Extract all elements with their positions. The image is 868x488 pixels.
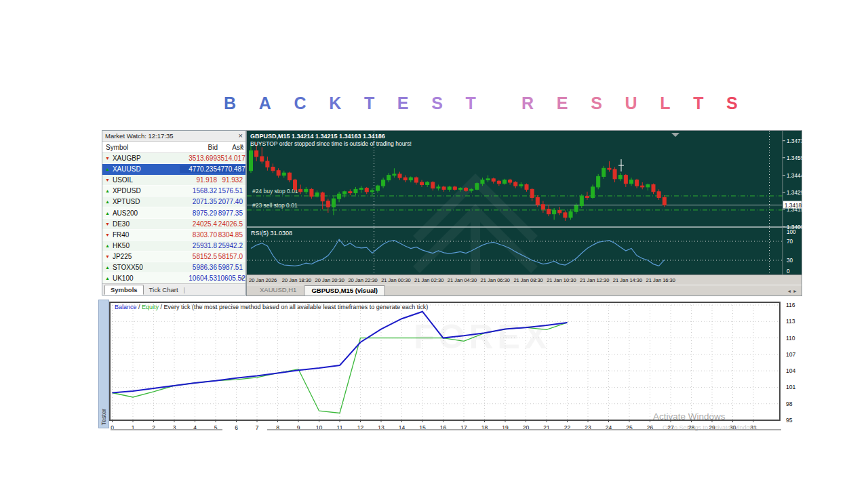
market-watch-row-xptusd[interactable]: ▲XPTUSD2071.352077.40 (102, 197, 245, 207)
ask-value: 3514.017 (217, 155, 245, 162)
market-watch-row-xaugbp[interactable]: ▼XAUGBP3513.6993514.017 (102, 153, 245, 164)
time-axis-label: 21 Jan 06:30 (481, 277, 510, 283)
scroll-up-icon[interactable]: ∧ (240, 143, 244, 149)
title-letter: R (521, 94, 534, 113)
market-watch-row-xauusd[interactable]: ▲XAUUSD4770.2354770.487 (102, 164, 245, 175)
column-symbol: Symbol (102, 144, 180, 151)
arrow-up-icon: ▲ (105, 167, 110, 171)
ask-value: 8977.35 (217, 209, 243, 217)
title-letter: A (259, 94, 271, 113)
symbol-name: XPTUSD (113, 198, 140, 205)
time-axis-label: 21 Jan 14:30 (613, 277, 642, 283)
market-watch-tab-tick-chart[interactable]: Tick Chart (144, 285, 184, 294)
bid-value: 25931.8 (180, 242, 217, 249)
title-letter: S (431, 94, 443, 113)
y-tick-label: 98 (786, 401, 793, 407)
price-tick: 1.34590 (787, 155, 802, 161)
y-tick-label: 113 (786, 318, 795, 325)
tick-method-description: / Every tick (the most precise method ba… (159, 304, 428, 310)
close-icon[interactable]: × (239, 133, 243, 139)
market-watch-row-xpdusd[interactable]: ▲XPDUSD1568.321576.51 (102, 186, 245, 197)
scroll-down-icon[interactable]: ∨ (240, 275, 244, 281)
market-watch-row-hk50[interactable]: ▲HK5025931.825942.2 (102, 241, 245, 251)
market-watch-title: Market Watch: 12:17:35 (105, 132, 174, 140)
price-tick: 1.34440 (787, 173, 802, 179)
arrow-up-icon: ▲ (105, 243, 110, 248)
title-letter: C (294, 94, 306, 113)
price-tick: 1.34735 (787, 138, 802, 144)
market-watch-row-jp225[interactable]: ▼JP22558152.558157.0 (102, 251, 245, 262)
arrow-down-icon: ▼ (105, 222, 110, 226)
ask-value: 8304.85 (217, 231, 243, 239)
bid-value: 3513.699 (180, 155, 217, 162)
bid-value: 91.918 (180, 176, 217, 184)
market-watch-row-stoxx50[interactable]: ▲STOXX505986.365987.51 (102, 262, 245, 273)
chart-time-axis: 20 Jan 202620 Jan 18:3020 Jan 20:3020 Ja… (247, 274, 802, 285)
time-axis-label: 21 Jan 10:30 (547, 277, 576, 283)
symbol-name: XPDUSD (113, 187, 141, 195)
title-letter: K (329, 94, 341, 113)
market-watch-panel: Market Watch: 12:17:35 × Symbol Bid Ask … (102, 130, 246, 296)
time-axis-label: 21 Jan 00:30 (381, 277, 410, 283)
balance-legend: Balance (115, 304, 137, 310)
market-watch-row-de30[interactable]: ▼DE3024025.424026.5 (102, 219, 245, 230)
title-letter: S (591, 94, 602, 113)
ask-value: 24026.5 (217, 220, 243, 228)
bid-value: 8975.29 (180, 209, 217, 217)
title-letter: U (625, 94, 637, 113)
ask-value: 58157.0 (217, 253, 243, 260)
symbol-name: XAUGBP (113, 155, 141, 162)
tester-side-tab-label: Tester (100, 409, 107, 426)
price-tick: 1.34295 (787, 190, 802, 196)
chart-tab-xauusd-h1[interactable]: XAUUSD,H1 (252, 285, 304, 296)
time-axis-label: 21 Jan 04:30 (448, 277, 477, 283)
time-axis-label: 20 Jan 18:30 (282, 277, 311, 283)
order-label: #24 buy stop 0.01 (252, 188, 298, 195)
market-watch-row-aus200[interactable]: ▲AUS2008975.298977.35 (102, 207, 245, 218)
market-watch-row-usoil[interactable]: ▼USOIL91.91891.932 (102, 175, 245, 186)
chart-info-line: GBPUSD,M15 1.34214 1.34215 1.34163 1.341… (250, 133, 385, 140)
market-watch-rows: ▼XAUGBP3513.6993514.017▲XAUUSD4770.23547… (102, 153, 245, 295)
symbol-name: USOIL (113, 176, 133, 184)
bid-value: 8303.70 (180, 231, 217, 239)
market-watch-tab-symbols[interactable]: Symbols (104, 285, 144, 295)
equity-legend: Equity (142, 304, 159, 310)
time-axis-label: 21 Jan 12:30 (580, 277, 609, 283)
title-letter: T (466, 94, 476, 113)
rsi-tick: 70 (787, 239, 793, 245)
scrollbar-segment[interactable] (111, 429, 222, 430)
arrow-down-icon: ▼ (105, 254, 110, 259)
chart-alert-line: BUYSTOP order stopped since time is outs… (250, 140, 412, 147)
market-watch-row-uk100[interactable]: ▲UK10010604.5310605.52 (102, 273, 245, 284)
chart-tab-gbpusd-m15-visual-[interactable]: GBPUSD,M15 (visual) (304, 285, 385, 296)
market-watch-row-fr40[interactable]: ▼FR408303.708304.85 (102, 230, 245, 241)
arrow-up-icon: ▲ (105, 265, 110, 270)
arrow-down-icon: ▼ (105, 156, 110, 161)
tester-side-tab[interactable]: Tester (98, 300, 109, 428)
bid-value: 4770.235 (180, 165, 217, 173)
y-tick-label: 110 (786, 335, 795, 342)
column-bid: Bid (180, 144, 218, 151)
ask-value: 1576.51 (217, 187, 243, 195)
candlestick-chart[interactable]: #24 buy stop 0.01#23 sell stop 0.01RSI(5… (247, 131, 802, 274)
ask-value: 4770.487 (217, 165, 245, 173)
title-letter: B (224, 94, 236, 113)
symbol-name: UK100 (113, 274, 134, 282)
time-axis-label: 20 Jan 20:30 (315, 277, 344, 283)
symbol-name: FR40 (113, 231, 129, 239)
current-price-label: 1.34186 (785, 203, 802, 209)
ask-value: 25942.2 (217, 242, 243, 249)
ask-value: 2077.40 (217, 198, 243, 205)
watermark: FOREX (414, 317, 551, 357)
time-axis-label: 21 Jan 08:30 (513, 277, 542, 283)
title-letter: T (364, 94, 374, 113)
price-chart-panel: #24 buy stop 0.01#23 sell stop 0.01RSI(5… (246, 130, 802, 296)
market-watch-header: Symbol Bid Ask ∧ (102, 142, 245, 153)
time-axis-label: 20 Jan 2026 (249, 277, 277, 283)
arrow-up-icon: ▲ (105, 199, 110, 204)
bid-value: 24025.4 (180, 220, 217, 228)
time-axis-label: 21 Jan 16:30 (646, 277, 675, 283)
title-letter: S (726, 94, 738, 113)
bid-value: 5986.36 (180, 264, 217, 271)
tab-scroll-arrows[interactable]: ◄► (787, 289, 799, 293)
